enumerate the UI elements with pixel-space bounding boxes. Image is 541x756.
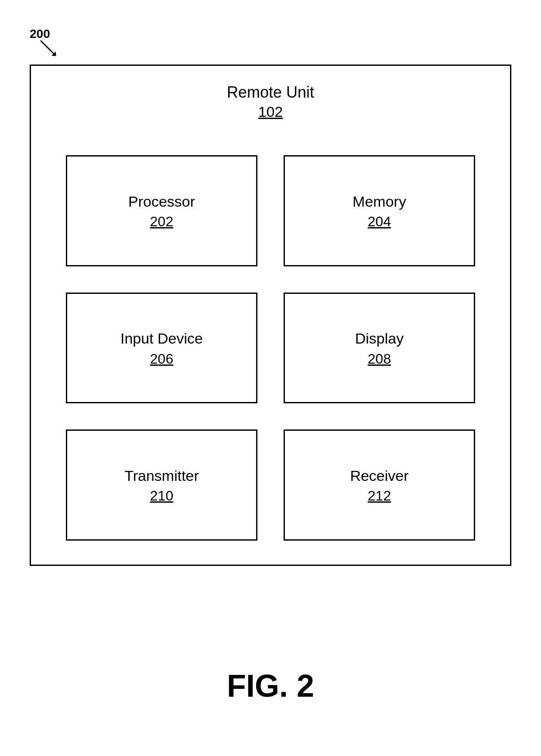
receiver-number: 212 bbox=[368, 488, 391, 504]
transmitter-number: 210 bbox=[150, 488, 173, 504]
processor-label: Processor bbox=[128, 192, 195, 211]
input-device-number: 206 bbox=[150, 351, 173, 367]
page-container: 200 Remote Unit 102 Processor 202 Memory… bbox=[0, 0, 541, 756]
remote-unit-number: 102 bbox=[31, 103, 510, 120]
input-device-label: Input Device bbox=[120, 329, 203, 348]
remote-unit-title: Remote Unit bbox=[31, 83, 510, 102]
transmitter-box: Transmitter 210 bbox=[66, 429, 257, 541]
memory-number: 204 bbox=[368, 214, 391, 230]
memory-box: Memory 204 bbox=[284, 155, 475, 266]
processor-number: 202 bbox=[150, 214, 173, 230]
receiver-label: Receiver bbox=[350, 466, 408, 485]
arrow-indicator-icon bbox=[38, 38, 60, 60]
input-device-box: Input Device 206 bbox=[66, 293, 257, 404]
display-number: 208 bbox=[368, 351, 391, 367]
transmitter-label: Transmitter bbox=[124, 466, 199, 485]
receiver-box: Receiver 212 bbox=[284, 429, 475, 541]
figure-label: FIG. 2 bbox=[227, 668, 314, 704]
svg-line-0 bbox=[41, 41, 56, 56]
components-grid: Processor 202 Memory 204 Input Device 20… bbox=[31, 129, 510, 567]
processor-box: Processor 202 bbox=[66, 155, 257, 266]
memory-label: Memory bbox=[353, 192, 406, 211]
display-label: Display bbox=[355, 329, 404, 348]
remote-unit-box: Remote Unit 102 Processor 202 Memory 204… bbox=[30, 65, 511, 566]
display-box: Display 208 bbox=[284, 293, 475, 404]
